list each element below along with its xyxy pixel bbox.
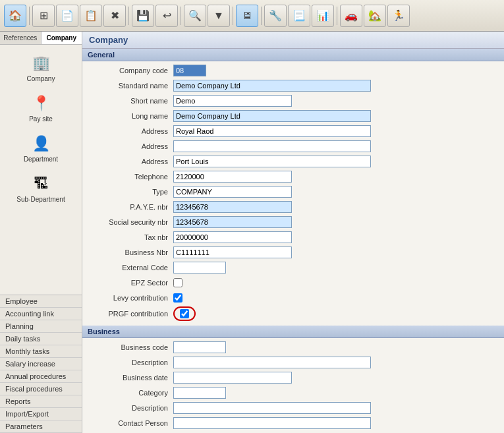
- category-label: Category: [88, 389, 173, 397]
- sidebar-tab-references[interactable]: References: [0, 32, 42, 44]
- copy2-button[interactable]: 📃: [288, 5, 310, 27]
- search-button[interactable]: 🔍: [184, 5, 206, 27]
- menu-reports[interactable]: Reports: [0, 395, 82, 408]
- tax-input[interactable]: [173, 231, 292, 243]
- address2-input[interactable]: [173, 140, 371, 152]
- tools-button[interactable]: 🔧: [264, 5, 287, 27]
- subdepartment-label: Sub-Department: [16, 196, 65, 203]
- sidebar-item-department[interactable]: 👤 Department: [11, 130, 70, 165]
- address2-label: Address: [88, 142, 173, 150]
- menu-fiscal-procedures[interactable]: Fiscal procedures: [0, 383, 82, 395]
- new-button[interactable]: 📄: [56, 5, 78, 27]
- business-section-header: Business: [82, 326, 504, 338]
- person-run-button[interactable]: 🏃: [387, 5, 410, 27]
- levy-checkbox[interactable]: [173, 293, 182, 303]
- long-name-label: Long name: [88, 112, 173, 120]
- company-icon: 🏢: [30, 53, 51, 74]
- category-row: Category: [88, 386, 499, 399]
- sidebar-item-subdepartment[interactable]: 🏗 Sub-Department: [11, 171, 70, 206]
- report-button[interactable]: 📊: [312, 5, 334, 27]
- subdepartment-icon: 🏗: [30, 173, 51, 194]
- standard-name-label: Standard name: [88, 82, 173, 90]
- sidebar-tab-company[interactable]: Company: [42, 32, 82, 44]
- address3-label: Address: [88, 158, 173, 165]
- menu-salary-increase[interactable]: Salary increase: [0, 358, 82, 370]
- paysite-label: Pay site: [29, 115, 53, 123]
- contact-label: Contact Person: [88, 419, 173, 427]
- description1-row: Description: [88, 356, 499, 369]
- sidebar-bottom-menu: Employee Accounting link Planning Daily …: [0, 295, 82, 433]
- menu-parameters[interactable]: Parameters: [0, 420, 82, 433]
- general-section-header: General: [82, 49, 504, 61]
- address1-input[interactable]: [173, 125, 371, 137]
- department-icon: 👤: [30, 133, 51, 154]
- content-title: Company: [82, 32, 504, 49]
- toolbar-separator-2: [128, 7, 129, 25]
- type-input[interactable]: [173, 186, 292, 198]
- menu-annual-procedures[interactable]: Annual procedures: [0, 370, 82, 383]
- undo-button[interactable]: ↩: [155, 5, 178, 27]
- business-date-label: Business date: [88, 374, 173, 382]
- address1-label: Address: [88, 127, 173, 135]
- company-code-row: Company code: [88, 64, 499, 77]
- company-code-input[interactable]: [173, 65, 206, 76]
- sidebar-item-company[interactable]: 🏢 Company: [11, 50, 70, 85]
- sidebar: References Company 🏢 Company 📍 Pay site …: [0, 32, 82, 433]
- toolbar-separator: [29, 7, 30, 25]
- home-button[interactable]: 🏠: [4, 5, 26, 27]
- business-date-row: Business date: [88, 371, 499, 384]
- contact-input[interactable]: [173, 417, 371, 429]
- paye-row: P.A.Y.E. nbr: [88, 200, 499, 214]
- menu-daily-tasks[interactable]: Daily tasks: [0, 333, 82, 345]
- social-input[interactable]: [173, 216, 292, 228]
- sidebar-icons: 🏢 Company 📍 Pay site 👤 Department 🏗 Sub-…: [0, 45, 82, 295]
- social-row: Social security nbr: [88, 216, 499, 229]
- arrow-down-button[interactable]: ▼: [208, 5, 230, 27]
- contact-row: Contact Person: [88, 417, 499, 430]
- prgf-row: PRGF contribution: [88, 306, 499, 321]
- main-area: References Company 🏢 Company 📍 Pay site …: [0, 32, 504, 433]
- paye-input[interactable]: [173, 201, 292, 213]
- category-input[interactable]: [173, 387, 226, 399]
- sidebar-item-paysite[interactable]: 📍 Pay site: [11, 90, 70, 125]
- epz-sector-checkbox[interactable]: [173, 278, 182, 287]
- menu-accounting-link[interactable]: Accounting link: [0, 308, 82, 320]
- screen-button[interactable]: 🖥: [236, 5, 258, 27]
- standard-name-input[interactable]: [173, 80, 371, 92]
- menu-planning[interactable]: Planning: [0, 320, 82, 333]
- paysite-icon: 📍: [30, 93, 51, 114]
- levy-row: Levy contribution: [88, 291, 499, 304]
- epz-sector-row: EPZ Sector: [88, 276, 499, 289]
- address3-input[interactable]: [173, 156, 371, 167]
- business-nbr-row: Business Nbr: [88, 246, 499, 259]
- short-name-input[interactable]: [173, 95, 292, 107]
- long-name-input[interactable]: [173, 110, 371, 122]
- toolbar-separator-3: [181, 7, 181, 25]
- grid-button[interactable]: ⊞: [32, 5, 55, 27]
- short-name-row: Short name: [88, 94, 499, 107]
- description1-input[interactable]: [173, 357, 371, 368]
- epz-sector-label: EPZ Sector: [88, 279, 173, 287]
- business-code-input[interactable]: [173, 341, 226, 353]
- description1-label: Description: [88, 359, 173, 366]
- telephone-input[interactable]: [173, 171, 292, 183]
- short-name-label: Short name: [88, 97, 173, 105]
- menu-employee[interactable]: Employee: [0, 295, 82, 308]
- description2-input[interactable]: [173, 402, 371, 414]
- prgf-checkbox[interactable]: [180, 309, 189, 318]
- menu-monthly-tasks[interactable]: Monthly tasks: [0, 345, 82, 358]
- save-button[interactable]: 💾: [132, 5, 154, 27]
- standard-name-row: Standard name: [88, 79, 499, 92]
- car-button[interactable]: 🚗: [340, 5, 362, 27]
- company-label: Company: [27, 75, 55, 82]
- house2-button[interactable]: 🏡: [364, 5, 386, 27]
- menu-import-export[interactable]: Import/Export: [0, 408, 82, 420]
- business-date-input[interactable]: [173, 372, 292, 384]
- business-nbr-input[interactable]: [173, 246, 292, 258]
- delete-button[interactable]: ✖: [103, 5, 126, 27]
- external-code-input[interactable]: [173, 262, 226, 274]
- business-form: Business code Description Business date …: [82, 338, 504, 433]
- toolbar: 🏠 ⊞ 📄 📋 ✖ 💾 ↩ 🔍 ▼ 🖥 🔧 📃 📊 🚗 🏡 🏃: [0, 0, 504, 32]
- type-row: Type: [88, 185, 499, 198]
- copy-button[interactable]: 📋: [80, 5, 102, 27]
